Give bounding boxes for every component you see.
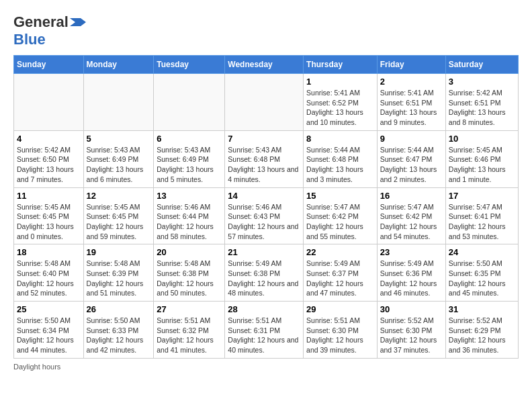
- cell-date-number: 21: [228, 247, 300, 257]
- logo-blue-text: Blue: [13, 31, 46, 48]
- calendar-cell: 21Sunrise: 5:49 AM Sunset: 6:38 PM Dayli…: [225, 244, 304, 302]
- cell-info-text: Sunrise: 5:49 AM Sunset: 6:36 PM Dayligh…: [380, 259, 443, 298]
- cell-date-number: 23: [380, 247, 443, 257]
- cell-info-text: Sunrise: 5:51 AM Sunset: 6:30 PM Dayligh…: [306, 316, 374, 355]
- cell-date-number: 1: [306, 77, 374, 87]
- cell-date-number: 25: [17, 304, 81, 314]
- calendar-cell: 20Sunrise: 5:48 AM Sunset: 6:38 PM Dayli…: [154, 244, 225, 302]
- calendar-cell: 29Sunrise: 5:51 AM Sunset: 6:30 PM Dayli…: [304, 302, 378, 359]
- calendar-week-1: 1Sunrise: 5:41 AM Sunset: 6:52 PM Daylig…: [14, 74, 519, 131]
- cell-info-text: Sunrise: 5:51 AM Sunset: 6:32 PM Dayligh…: [157, 316, 222, 355]
- cell-info-text: Sunrise: 5:45 AM Sunset: 6:46 PM Dayligh…: [449, 145, 515, 185]
- cell-info-text: Sunrise: 5:46 AM Sunset: 6:43 PM Dayligh…: [228, 202, 300, 242]
- cell-info-text: Sunrise: 5:52 AM Sunset: 6:30 PM Dayligh…: [380, 316, 443, 355]
- calendar-cell: 24Sunrise: 5:50 AM Sunset: 6:35 PM Dayli…: [445, 244, 518, 302]
- cell-info-text: Sunrise: 5:52 AM Sunset: 6:29 PM Dayligh…: [449, 316, 515, 355]
- calendar-cell: 2Sunrise: 5:41 AM Sunset: 6:51 PM Daylig…: [377, 74, 445, 131]
- cell-info-text: Sunrise: 5:41 AM Sunset: 6:52 PM Dayligh…: [306, 88, 374, 128]
- cell-info-text: Sunrise: 5:45 AM Sunset: 6:45 PM Dayligh…: [17, 202, 81, 242]
- cell-info-text: Sunrise: 5:48 AM Sunset: 6:40 PM Dayligh…: [17, 259, 81, 298]
- logo: General Blue: [13, 13, 86, 48]
- cell-date-number: 27: [157, 304, 222, 314]
- day-header-friday: Friday: [377, 56, 445, 74]
- cell-info-text: Sunrise: 5:46 AM Sunset: 6:44 PM Dayligh…: [157, 202, 222, 242]
- cell-info-text: Sunrise: 5:45 AM Sunset: 6:45 PM Dayligh…: [87, 202, 151, 242]
- cell-date-number: 22: [306, 247, 374, 257]
- cell-date-number: 20: [157, 247, 222, 257]
- calendar-cell: 18Sunrise: 5:48 AM Sunset: 6:40 PM Dayli…: [14, 244, 84, 302]
- cell-info-text: Sunrise: 5:44 AM Sunset: 6:48 PM Dayligh…: [306, 145, 374, 185]
- calendar-cell: 27Sunrise: 5:51 AM Sunset: 6:32 PM Dayli…: [154, 302, 225, 359]
- calendar-cell: 19Sunrise: 5:48 AM Sunset: 6:39 PM Dayli…: [83, 244, 154, 302]
- calendar-cell: 12Sunrise: 5:45 AM Sunset: 6:45 PM Dayli…: [83, 187, 154, 244]
- cell-date-number: 15: [306, 191, 374, 201]
- cell-info-text: Sunrise: 5:50 AM Sunset: 6:34 PM Dayligh…: [17, 316, 81, 355]
- logo-arrow-icon: [70, 18, 86, 26]
- cell-date-number: 7: [228, 134, 300, 144]
- cell-info-text: Sunrise: 5:41 AM Sunset: 6:51 PM Dayligh…: [380, 88, 443, 128]
- cell-info-text: Sunrise: 5:43 AM Sunset: 6:48 PM Dayligh…: [228, 145, 300, 185]
- cell-info-text: Sunrise: 5:43 AM Sunset: 6:49 PM Dayligh…: [157, 145, 222, 185]
- calendar-cell: [154, 74, 225, 131]
- calendar-cell: 13Sunrise: 5:46 AM Sunset: 6:44 PM Dayli…: [154, 187, 225, 244]
- calendar-cell: 17Sunrise: 5:47 AM Sunset: 6:41 PM Dayli…: [445, 187, 518, 244]
- cell-info-text: Sunrise: 5:48 AM Sunset: 6:39 PM Dayligh…: [87, 259, 151, 298]
- calendar-cell: [14, 74, 84, 131]
- cell-date-number: 4: [17, 134, 81, 144]
- calendar-cell: [225, 74, 304, 131]
- day-header-wednesday: Wednesday: [225, 56, 304, 74]
- calendar-cell: 4Sunrise: 5:42 AM Sunset: 6:50 PM Daylig…: [14, 130, 84, 187]
- cell-info-text: Sunrise: 5:49 AM Sunset: 6:38 PM Dayligh…: [228, 259, 300, 298]
- calendar-cell: 6Sunrise: 5:43 AM Sunset: 6:49 PM Daylig…: [154, 130, 225, 187]
- day-header-sunday: Sunday: [14, 56, 84, 74]
- footer-note: Daylight hours: [13, 363, 519, 371]
- header: General Blue: [13, 13, 519, 48]
- day-header-thursday: Thursday: [304, 56, 378, 74]
- cell-info-text: Sunrise: 5:51 AM Sunset: 6:31 PM Dayligh…: [228, 316, 300, 355]
- cell-info-text: Sunrise: 5:49 AM Sunset: 6:37 PM Dayligh…: [306, 259, 374, 298]
- calendar-week-4: 18Sunrise: 5:48 AM Sunset: 6:40 PM Dayli…: [14, 244, 519, 302]
- calendar-cell: 25Sunrise: 5:50 AM Sunset: 6:34 PM Dayli…: [14, 302, 84, 359]
- calendar-cell: 14Sunrise: 5:46 AM Sunset: 6:43 PM Dayli…: [225, 187, 304, 244]
- cell-date-number: 3: [449, 77, 515, 87]
- cell-date-number: 26: [87, 304, 151, 314]
- calendar-cell: 3Sunrise: 5:42 AM Sunset: 6:51 PM Daylig…: [445, 74, 518, 131]
- cell-date-number: 17: [449, 191, 515, 201]
- cell-info-text: Sunrise: 5:47 AM Sunset: 6:42 PM Dayligh…: [380, 202, 443, 242]
- cell-info-text: Sunrise: 5:50 AM Sunset: 6:35 PM Dayligh…: [449, 259, 515, 298]
- calendar-cell: 16Sunrise: 5:47 AM Sunset: 6:42 PM Dayli…: [377, 187, 445, 244]
- day-header-saturday: Saturday: [445, 56, 518, 74]
- cell-date-number: 2: [380, 77, 443, 87]
- cell-date-number: 18: [17, 247, 81, 257]
- calendar-cell: 23Sunrise: 5:49 AM Sunset: 6:36 PM Dayli…: [377, 244, 445, 302]
- cell-date-number: 12: [87, 191, 151, 201]
- cell-info-text: Sunrise: 5:44 AM Sunset: 6:47 PM Dayligh…: [380, 145, 443, 185]
- cell-date-number: 5: [87, 134, 151, 144]
- cell-info-text: Sunrise: 5:42 AM Sunset: 6:50 PM Dayligh…: [17, 145, 81, 185]
- cell-date-number: 19: [87, 247, 151, 257]
- calendar-cell: 5Sunrise: 5:43 AM Sunset: 6:49 PM Daylig…: [83, 130, 154, 187]
- cell-date-number: 30: [380, 304, 443, 314]
- daylight-hours-label: Daylight hours: [13, 363, 60, 371]
- cell-info-text: Sunrise: 5:48 AM Sunset: 6:38 PM Dayligh…: [157, 259, 222, 298]
- cell-info-text: Sunrise: 5:47 AM Sunset: 6:41 PM Dayligh…: [449, 202, 515, 242]
- cell-date-number: 16: [380, 191, 443, 201]
- calendar-cell: 28Sunrise: 5:51 AM Sunset: 6:31 PM Dayli…: [225, 302, 304, 359]
- calendar-week-3: 11Sunrise: 5:45 AM Sunset: 6:45 PM Dayli…: [14, 187, 519, 244]
- cell-info-text: Sunrise: 5:43 AM Sunset: 6:49 PM Dayligh…: [87, 145, 151, 185]
- cell-date-number: 9: [380, 134, 443, 144]
- cell-info-text: Sunrise: 5:50 AM Sunset: 6:33 PM Dayligh…: [87, 316, 151, 355]
- calendar-cell: 10Sunrise: 5:45 AM Sunset: 6:46 PM Dayli…: [445, 130, 518, 187]
- cell-date-number: 6: [157, 134, 222, 144]
- calendar-cell: 26Sunrise: 5:50 AM Sunset: 6:33 PM Dayli…: [83, 302, 154, 359]
- cell-date-number: 11: [17, 191, 81, 201]
- calendar-cell: 1Sunrise: 5:41 AM Sunset: 6:52 PM Daylig…: [304, 74, 378, 131]
- calendar-cell: [83, 74, 154, 131]
- calendar-cell: 11Sunrise: 5:45 AM Sunset: 6:45 PM Dayli…: [14, 187, 84, 244]
- cell-date-number: 31: [449, 304, 515, 314]
- cell-date-number: 8: [306, 134, 374, 144]
- svg-marker-0: [70, 18, 86, 26]
- cell-info-text: Sunrise: 5:47 AM Sunset: 6:42 PM Dayligh…: [306, 202, 374, 242]
- calendar-cell: 15Sunrise: 5:47 AM Sunset: 6:42 PM Dayli…: [304, 187, 378, 244]
- calendar-cell: 7Sunrise: 5:43 AM Sunset: 6:48 PM Daylig…: [225, 130, 304, 187]
